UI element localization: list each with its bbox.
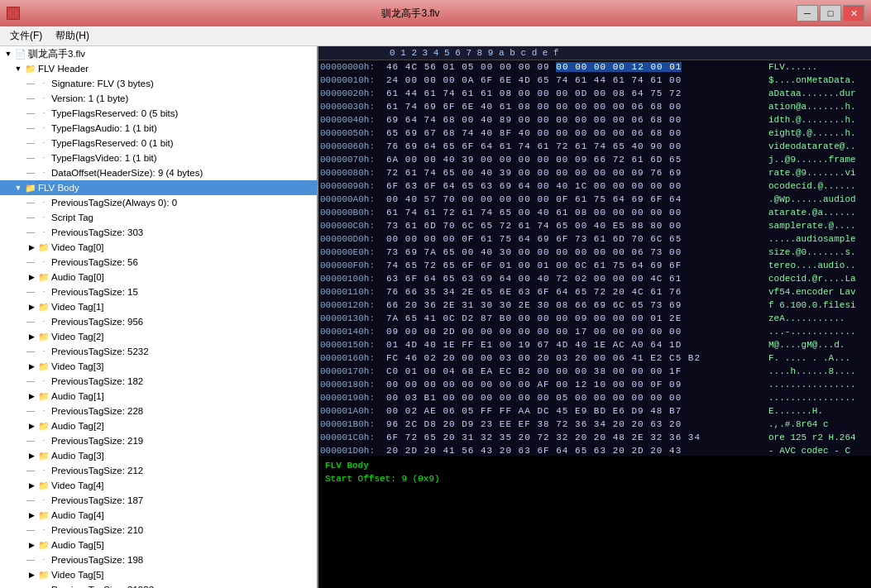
hex-address: 00000020h:: [320, 87, 386, 100]
tree-item-prev-tag-0[interactable]: — · PreviousTagSize(Always 0): 0: [0, 195, 317, 210]
expander-icon: ▶: [26, 390, 36, 402]
tree-item-audio-tag-5[interactable]: ▶ 📁 Audio Tag[5]: [0, 538, 317, 552]
hex-bytes: 00 02 AE 06 05 FF FF AA DC 45 E9 BD E6 D…: [386, 404, 762, 418]
tree-item-typeflags-reserved2[interactable]: — · TypeFlagsReserved: 0 (1 bit): [0, 136, 317, 151]
close-button[interactable]: ✕: [843, 5, 864, 22]
hex-ascii: idth.@........h.: [762, 113, 869, 127]
hex-bytes: 20 2D 20 41 56 43 20 63 6F 64 65 63 20 2…: [386, 444, 762, 456]
tree-label: FLV Body: [38, 181, 79, 194]
tree-view[interactable]: ▼ 📄 驯龙高手3.flv ▼ 📁 FLV Header — · Signatu…: [0, 46, 317, 588]
tree-item-video-tag-5[interactable]: ▶ 📁 Video Tag[5]: [0, 567, 317, 582]
hex-ascii: ................: [762, 378, 869, 391]
tree-item-typeflags-audio[interactable]: — · TypeFlagsAudio: 1 (1 bit): [0, 121, 317, 136]
maximize-button[interactable]: □: [820, 5, 841, 22]
hex-bytes: 7A 65 41 0C D2 87 B0 00 00 00 09 00 00 0…: [386, 312, 762, 325]
tree-item-video-tag-0[interactable]: ▶ 📁 Video Tag[0]: [0, 240, 317, 255]
tree-label: Signature: FLV (3 bytes): [51, 77, 154, 90]
hex-address: 000000F0h:: [320, 259, 386, 272]
hex-content[interactable]: 00000000h: 46 4C 56 01 05 00 00 00 09 00…: [318, 60, 871, 456]
tree-item-video-tag-1[interactable]: ▶ 📁 Video Tag[1]: [0, 299, 317, 314]
menu-help[interactable]: 帮助(H): [49, 27, 96, 45]
menu-file[interactable]: 文件(F): [3, 27, 49, 45]
tree-item-prev-tag-198[interactable]: — · PreviousTagSize: 198: [0, 552, 317, 567]
hex-row: 000001A0h: 00 02 AE 06 05 FF FF AA DC 45…: [318, 404, 871, 418]
tree-item-script-tag[interactable]: — · Script Tag: [0, 210, 317, 225]
hex-row: 000000A0h: 00 40 57 70 00 00 00 00 00 0F…: [318, 193, 871, 206]
tree-label: PreviousTagSize: 198: [51, 553, 143, 566]
expander-icon: ▶: [26, 241, 36, 253]
hex-ascii: samplerate.@....: [762, 219, 869, 232]
tree-item-flv-header[interactable]: ▼ 📁 FLV Header: [0, 61, 317, 76]
tree-item-video-tag-3[interactable]: ▶ 📁 Video Tag[3]: [0, 359, 317, 374]
tree-label: TypeFlagsReserved: 0 (1 bit): [51, 136, 174, 150]
tree-root[interactable]: ▼ 📄 驯龙高手3.flv: [0, 46, 317, 61]
leaf-icon: ·: [38, 212, 50, 223]
tree-label: PreviousTagSize: 5232: [51, 345, 149, 358]
title-bar: 驯龙高手3.flv ─ □ ✕: [0, 0, 871, 26]
tree-item-typeflags-video[interactable]: — · TypeFlagsVideo: 1 (1 bit): [0, 151, 317, 165]
leaf-icon: ·: [38, 152, 50, 164]
tree-item-video-tag-2[interactable]: ▶ 📁 Video Tag[2]: [0, 329, 317, 344]
hex-address: 000000D0h:: [320, 232, 386, 246]
hex-address: 00000000h:: [320, 60, 386, 74]
leaf-icon: ·: [38, 435, 50, 447]
tree-item-version[interactable]: — · Version: 1 (1 byte): [0, 91, 317, 106]
expander-icon: ▶: [26, 509, 36, 521]
hex-address: 00000130h:: [320, 312, 386, 325]
hex-ascii: F. .... . .A...: [762, 351, 869, 365]
hex-ascii: rate.@9.......vi: [762, 166, 869, 179]
hex-address: 000001C0h:: [320, 431, 386, 444]
hex-address: 00000120h:: [320, 299, 386, 312]
tree-item-audio-tag-0[interactable]: ▶ 📁 Audio Tag[0]: [0, 270, 317, 284]
tree-item-dataoffset[interactable]: — · DataOffset(HeaderSize): 9 (4 bytes): [0, 165, 317, 180]
hex-address: 000001B0h:: [320, 418, 386, 431]
folder-icon: 📁: [38, 301, 50, 313]
hex-ascii: FLV......: [762, 60, 869, 74]
hex-area: 0 1 2 3 4 5 6 7 8 9 a b c d e f 00000000…: [318, 46, 871, 456]
hex-row: 00000040h: 69 64 74 68 00 40 89 00 00 00…: [318, 113, 871, 127]
tree-item-prev-tag-15[interactable]: — · PreviousTagSize: 15: [0, 284, 317, 299]
expander-icon: ▶: [26, 331, 36, 342]
hex-row: 00000030h: 61 74 69 6F 6E 40 61 08 00 00…: [318, 100, 871, 113]
tree-label: PreviousTagSize: 210: [51, 523, 143, 537]
tree-item-prev-tag-303[interactable]: — · PreviousTagSize: 303: [0, 225, 317, 240]
tree-item-audio-tag-3[interactable]: ▶ 📁 Audio Tag[3]: [0, 448, 317, 463]
tree-item-prev-tag-187[interactable]: — · PreviousTagSize: 187: [0, 493, 317, 508]
hex-ascii: ................: [762, 391, 869, 404]
tree-item-flv-body[interactable]: ▼ 📁 FLV Body: [0, 180, 317, 195]
folder-icon: 📁: [38, 241, 50, 253]
tree-item-prev-tag-5232[interactable]: — · PreviousTagSize: 5232: [0, 344, 317, 359]
hex-address: 00000180h:: [320, 378, 386, 391]
app-icon: [7, 7, 20, 20]
tree-item-audio-tag-1[interactable]: ▶ 📁 Audio Tag[1]: [0, 389, 317, 404]
tree-item-audio-tag-4[interactable]: ▶ 📁 Audio Tag[4]: [0, 508, 317, 523]
tree-item-typeflags-reserved[interactable]: — · TypeFlagsReserved: 0 (5 bits): [0, 106, 317, 121]
hex-row: 00000010h: 24 00 00 00 0A 6F 6E 4D 65 74…: [318, 74, 871, 87]
tree-item-prev-tag-182[interactable]: — · PreviousTagSize: 182: [0, 374, 317, 389]
tree-item-prev-tag-210[interactable]: — · PreviousTagSize: 210: [0, 523, 317, 538]
tree-item-prev-tag-228[interactable]: — · PreviousTagSize: 228: [0, 404, 317, 418]
hex-bytes: 00 00 00 00 00 00 00 00 AF 00 12 10 00 0…: [386, 378, 762, 391]
hex-ascii: tereo....audio..: [762, 259, 869, 272]
hex-row: 00000060h: 76 69 64 65 6F 64 61 74 61 72…: [318, 140, 871, 153]
leaf-icon: ·: [38, 316, 50, 327]
expander-icon: ▶: [26, 569, 36, 581]
hex-ascii: .....audiosample: [762, 232, 869, 246]
hex-bytes: 09 00 00 2D 00 00 00 00 00 00 17 00 00 0…: [386, 325, 762, 338]
folder-icon: 📁: [38, 361, 50, 372]
tree-item-prev-tag-56[interactable]: — · PreviousTagSize: 56: [0, 255, 317, 270]
tree-item-signature[interactable]: — · Signature: FLV (3 bytes): [0, 76, 317, 91]
hex-row: 00000170h: C0 01 00 04 68 EA EC B2 00 00…: [318, 365, 871, 378]
tree-item-audio-tag-2[interactable]: ▶ 📁 Audio Tag[2]: [0, 418, 317, 433]
tree-item-prev-tag-219[interactable]: — · PreviousTagSize: 219: [0, 433, 317, 448]
tree-item-prev-tag-31933[interactable]: — · PreviousTagSize: 31933: [0, 582, 317, 588]
hex-address: 00000050h:: [320, 127, 386, 140]
leaf-icon: ·: [38, 375, 50, 387]
leaf-icon: ·: [38, 554, 50, 566]
folder-icon: 📁: [38, 271, 50, 283]
tree-item-prev-tag-212[interactable]: — · PreviousTagSize: 212: [0, 463, 317, 478]
hex-ascii: ore 125 r2 H.264: [762, 431, 869, 444]
tree-item-video-tag-4[interactable]: ▶ 📁 Video Tag[4]: [0, 478, 317, 493]
minimize-button[interactable]: ─: [797, 5, 818, 22]
tree-item-prev-tag-956[interactable]: — · PreviousTagSize: 956: [0, 314, 317, 329]
